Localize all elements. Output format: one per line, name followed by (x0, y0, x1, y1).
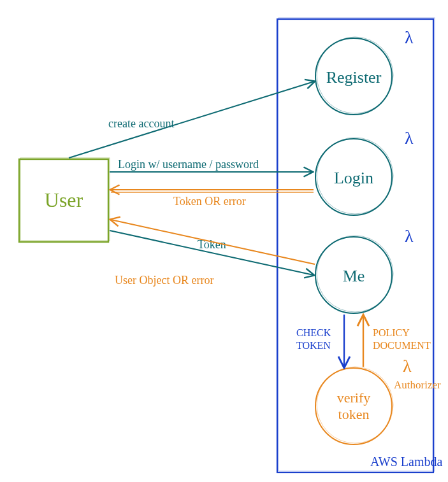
arrow-label: User Object OR error (115, 274, 213, 287)
arrow-label-line1: CHECK (296, 327, 331, 338)
lambda-icon: λ (405, 27, 414, 47)
me-node: Me λ (315, 226, 414, 313)
container-label: AWS Lambda (370, 455, 442, 469)
verify-label-line2: token (338, 406, 370, 422)
lambda-icon: λ (403, 356, 412, 376)
register-node: Register λ (315, 27, 414, 115)
arrow-login-request: Login w/ username / password (110, 158, 312, 172)
me-label: Me (343, 267, 365, 285)
arrow-policy-document: POLICY DOCUMENT (363, 316, 431, 367)
arrow-label-line2: DOCUMENT (373, 340, 431, 351)
verify-node: verify token λ Authorizer (315, 356, 441, 444)
user-label: User (45, 188, 83, 211)
lambda-icon: λ (405, 226, 414, 246)
arrow-label: Login w/ username / password (118, 158, 259, 171)
authorizer-label: Authorizer (394, 379, 441, 391)
arrow-me-request: Token (110, 230, 314, 275)
arrow-label: create account (108, 117, 174, 130)
login-label: Login (334, 169, 373, 187)
svg-line-17 (111, 220, 315, 264)
verify-label-line1: verify (337, 390, 371, 406)
arrow-label-line1: POLICY (373, 327, 410, 338)
arrow-login-response: Token OR error (111, 190, 314, 208)
arrow-label: Token OR error (173, 195, 246, 208)
login-node: Login λ (315, 128, 414, 215)
lambda-icon: λ (405, 128, 414, 148)
register-label: Register (326, 68, 382, 87)
arrow-label-line2: TOKEN (296, 340, 331, 351)
arrow-check-token: CHECK TOKEN (296, 315, 344, 367)
user-node: User (19, 158, 110, 242)
svg-line-16 (110, 230, 314, 275)
